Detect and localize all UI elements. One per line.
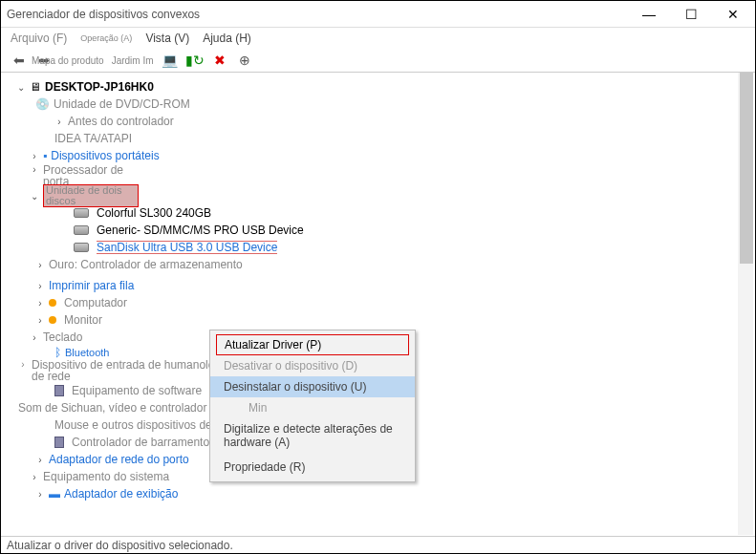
bluetooth-icon: ᛒ (54, 346, 61, 359)
device-icon (54, 385, 64, 396)
idea-label: IDEA TA/ATAPI (54, 132, 132, 145)
display-label: Adaptador de exibição (64, 487, 178, 501)
menu-vista[interactable]: Vista (V) (145, 32, 189, 45)
disk-colorful[interactable]: Colorful SL300 240GB (74, 204, 755, 222)
disk3-label: SanDisk Ultra USB 3.0 USB Device (97, 241, 277, 254)
caret-icon[interactable]: › (30, 472, 39, 482)
maximize-button[interactable]: ☐ (679, 5, 703, 24)
category-storage[interactable]: › Ouro: Controlador de armazenamento (35, 256, 755, 273)
ctx-scan-label: Digitalize e detecte alterações de hardw… (224, 422, 393, 449)
menu-bar: Arquivo (F) Operação (A) Vista (V) Ajuda… (1, 28, 755, 49)
tree-root[interactable]: ⌄ 🖥 DESKTOP-JP16HK0 (16, 78, 755, 96)
item-antes[interactable]: › Antes do controlador (54, 113, 755, 130)
diskdrives-label: Unidade de dois discos (43, 184, 139, 207)
device-tree: ⌄ 🖥 DESKTOP-JP16HK0 💿 Unidade de DVD/CD-… (1, 73, 755, 535)
ctx-min-label: Min (248, 401, 267, 415)
sysdevices-label: Equipamento do sistema (43, 470, 169, 483)
portable-label: Dispositivos portáteis (51, 149, 159, 162)
caret-icon[interactable]: › (35, 455, 45, 465)
storage-label: Ouro: Controlador de armazenamento (49, 258, 243, 271)
keyboard-label: Teclado (43, 330, 82, 344)
status-text: Atualizar o driver do dispositivo seleci… (7, 539, 233, 552)
disk-generic[interactable]: Generic- SD/MMC/MS PRO USB Device (74, 222, 755, 239)
window-controls: — ☐ ✕ (637, 5, 749, 24)
category-dvd[interactable]: 💿 Unidade de DVD/CD-ROM (35, 96, 755, 113)
ctx-disable-label: Desativar o dispositivo (D) (224, 359, 357, 373)
category-monitor[interactable]: › Monitor (35, 311, 755, 329)
hdd-icon (74, 225, 89, 235)
caret-icon[interactable]: ⌄ (16, 82, 26, 93)
ctx-uninstall-label: Desinstalar o dispositivo (U) (224, 380, 366, 394)
hdd-icon (74, 208, 89, 218)
device-icon (54, 437, 64, 448)
ctx-disable-device[interactable]: Desativar o dispositivo (D) (210, 355, 415, 376)
scan-icon[interactable]: ⊕ (236, 52, 253, 69)
back-icon[interactable]: ⬅ (11, 52, 28, 69)
dot-icon (49, 316, 56, 324)
ctx-uninstall-device[interactable]: Desinstalar o dispositivo (U) (210, 376, 415, 397)
monitor-icon: ▬ (49, 487, 60, 501)
category-diskdrives[interactable]: ⌄ Unidade de dois discos (30, 187, 755, 204)
printqueue-label: Imprimir para fila (49, 279, 134, 292)
disk1-label: Colorful SL300 240GB (97, 206, 211, 220)
software-label: Equipamento de software (72, 384, 202, 397)
caret-icon[interactable]: › (35, 298, 45, 309)
toolbar: ⬅ ➡ Mapa do produto Jardim Im 💻 ▮↻ ✖ ⊕ (1, 49, 755, 73)
delete-icon[interactable]: ✖ (211, 52, 228, 69)
ctx-update-driver[interactable]: Atualizar Driver (P) (216, 334, 409, 355)
menu-operacao[interactable]: Operação (A) (80, 33, 132, 43)
toolbar-forward-label: Jardim Im (112, 55, 154, 66)
category-display[interactable]: › ▬ Adaptador de exibição (35, 485, 755, 502)
dvd-label: Unidade de DVD/CD-ROM (54, 97, 190, 111)
dvd-icon: 💿 (35, 97, 50, 111)
caret-icon[interactable]: › (35, 260, 45, 270)
bluetooth-label: Bluetooth (65, 348, 107, 358)
caret-icon[interactable]: › (35, 489, 45, 500)
menu-ajuda[interactable]: Ajuda (H) (203, 32, 251, 45)
caret-icon[interactable]: › (54, 117, 64, 127)
caret-icon[interactable]: › (35, 315, 45, 326)
computer-label: Computador (64, 296, 127, 309)
context-menu: Atualizar Driver (P) Desativar o disposi… (209, 330, 416, 482)
computer-icon: 🖥 (30, 80, 41, 94)
caret-icon[interactable]: › (30, 164, 39, 175)
caret-icon[interactable]: › (30, 151, 39, 161)
window-title: Gerenciador de dispositivos convexos (7, 8, 200, 21)
ctx-properties-label: Propriedade (R) (224, 460, 305, 474)
category-computer[interactable]: › Computador (35, 294, 755, 311)
netadapter-label: Adaptador de rede do porto (49, 453, 189, 466)
status-bar: Atualizar o driver do dispositivo seleci… (1, 536, 755, 553)
minimize-button[interactable]: — (637, 5, 661, 24)
antes-label: Antes do controlador (68, 115, 174, 128)
close-button[interactable]: ✕ (721, 5, 745, 24)
caret-icon[interactable]: › (18, 359, 28, 370)
title-bar: Gerenciador de dispositivos convexos — ☐… (1, 1, 755, 28)
scrollbar-thumb[interactable] (740, 73, 753, 264)
category-portable[interactable]: › ▪ Dispositivos portáteis (30, 147, 755, 164)
item-idea[interactable]: IDEA TA/ATAPI (54, 130, 755, 147)
ctx-properties[interactable]: Propriedade (R) (210, 457, 415, 478)
menu-arquivo[interactable]: Arquivo (F) (11, 32, 67, 45)
dot-icon (49, 299, 56, 307)
caret-icon[interactable]: › (35, 281, 45, 291)
monitor-label: Monitor (64, 313, 102, 327)
disk2-label: Generic- SD/MMC/MS PRO USB Device (97, 224, 304, 237)
caret-icon[interactable]: ⌄ (30, 191, 39, 202)
ctx-update-label: Atualizar Driver (P) (225, 338, 321, 352)
caret-icon[interactable]: › (30, 332, 39, 343)
hdd-icon (74, 243, 89, 252)
root-label: DESKTOP-JP16HK0 (45, 80, 154, 94)
ctx-scan-hardware[interactable]: Digitalize e detecte alterações de hardw… (210, 418, 415, 453)
ctx-min[interactable]: Min (210, 397, 415, 418)
disk-sandisk[interactable]: SanDisk Ultra USB 3.0 USB Device (74, 239, 755, 256)
monitor-icon[interactable]: 💻 (162, 52, 179, 69)
category-printqueue[interactable]: › Imprimir para fila (35, 277, 755, 294)
refresh-icon[interactable]: ▮↻ (186, 52, 204, 69)
hid-label: Dispositivo de entrada de humanologia de… (32, 359, 232, 382)
toolbar-back-label: Mapa do produto (32, 55, 104, 66)
